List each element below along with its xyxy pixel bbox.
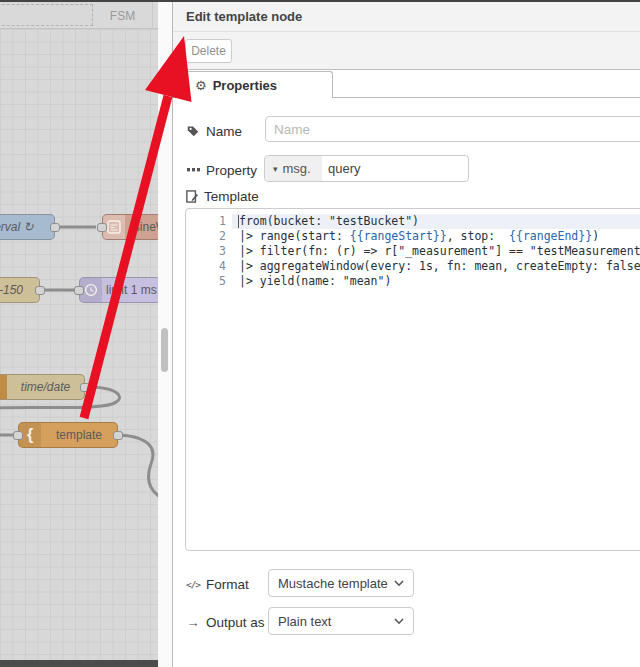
canvas-scrollbar-track[interactable] [158,2,172,667]
node-label: s-150 [0,283,39,297]
flow-node-limit[interactable]: limit 1 ms [79,277,158,303]
dialog-toolbar: Delete [173,32,640,70]
flow-canvas[interactable]: interval ↻sineWs-150limit 1 msftime/date… [0,0,158,667]
property-type-button[interactable]: ▾ msg. [265,156,322,181]
output-select-value: Plain text [278,614,331,629]
tab-properties[interactable]: ⚙ Properties [185,71,333,98]
tab-cover [186,96,332,98]
workspace-tab-fsm[interactable]: FSM [93,2,153,29]
line-number: 4 [186,259,226,274]
tab-properties-label: Properties [213,78,277,93]
name-input[interactable] [265,116,640,142]
workspace-tabbar: FSM [0,2,158,29]
ellipsis-icon [186,168,200,172]
property-typed-input: ▾ msg. query [264,155,469,182]
line-number: 5 [186,274,226,289]
canvas-scrollbar-thumb[interactable] [161,328,168,372]
output-select[interactable]: Plain text [268,607,414,635]
node-port-out[interactable] [35,286,45,295]
format-select[interactable]: Mustache template [268,569,414,597]
format-row: </> Format Mustache template [173,569,640,599]
node-port-out[interactable] [50,223,60,232]
output-label-group: → Output as [186,615,265,630]
node-label: interval ↻ [0,220,54,234]
dialog-tabbar: ⚙ Properties [173,70,640,98]
flow-node-template[interactable]: {template [18,422,118,448]
template-doc-icon [185,190,199,203]
format-select-value: Mustache template [278,576,388,591]
template-label: Template [204,189,259,204]
node-label: template [41,428,117,442]
property-label: Property [206,163,257,178]
name-row: Name [173,116,640,146]
property-type-label: msg. [283,161,311,176]
dialog-header: Edit template node [173,2,640,32]
code-icon: </> [186,579,200,590]
flow-node-timedate[interactable]: ftime/date [0,374,85,400]
chevron-down-icon [394,616,404,626]
node-label: time/date [7,380,84,394]
delete-button[interactable]: Delete [185,39,232,63]
node-port-out[interactable] [113,431,123,440]
code-line-3[interactable]: 3|> filter(fn: (r) => r["_measurement"] … [186,244,640,259]
line-number: 1 [186,214,226,229]
template-label-group: Template [185,189,259,204]
canvas-bottom-edge [0,660,158,667]
node-label: sineW [125,220,158,234]
property-value-input[interactable]: query [322,161,361,176]
code-line-4[interactable]: 4|> aggregateWindow(every: 1s, fn: mean,… [186,259,640,274]
arrow-right-icon: → [186,615,200,630]
output-row: → Output as Plain text [173,607,640,637]
code-line-1[interactable]: 1from(bucket: "testBucket") [186,214,640,229]
name-label: Name [206,124,242,139]
template-code-editor[interactable]: 1from(bucket: "testBucket")2|> range(sta… [185,208,640,551]
line-number: 3 [186,244,226,259]
gear-icon: ⚙ [195,79,207,92]
flow-node-s150[interactable]: s-150 [0,277,40,303]
function-icon: f [0,375,7,399]
node-label: limit 1 ms [102,283,158,297]
caret-down-icon: ▾ [273,164,278,174]
window-top-edge [0,0,640,2]
format-label: Format [206,577,249,592]
output-label: Output as [206,615,265,630]
line-number: 2 [186,229,226,244]
edit-template-dialog: Edit template node Delete ⚙ Properties N… [172,0,640,667]
tag-icon [186,125,200,137]
code-text: from(bucket: "testBucket") [239,214,419,229]
format-label-group: </> Format [186,577,249,592]
node-red-editor: interval ↻sineWs-150limit 1 msftime/date… [0,0,640,667]
property-row: Property ▾ msg. query [173,155,640,185]
node-port-in[interactable] [74,286,84,295]
dialog-title: Edit template node [186,9,302,24]
code-text: |> range(start: {{rangeStart}}, stop: {{… [239,229,599,244]
nodes-layer: interval ↻sineWs-150limit 1 msftime/date… [0,0,158,667]
code-text: |> filter(fn: (r) => r["_measurement"] =… [239,244,640,259]
code-text: |> aggregateWindow(every: 1s, fn: mean, … [239,259,640,274]
code-text: |> yield(name: "mean") [239,274,391,289]
name-label-group: Name [186,124,242,139]
workspace-tab-ghost[interactable] [0,4,93,26]
node-port-out[interactable] [80,383,90,392]
flow-node-sinewave[interactable]: sineW [102,214,158,240]
code-line-2[interactable]: 2|> range(start: {{rangeStart}}, stop: {… [186,229,640,244]
node-port-in[interactable] [13,431,23,440]
node-port-in[interactable] [97,223,107,232]
flow-node-interval[interactable]: interval ↻ [0,214,55,240]
code-line-5[interactable]: 5|> yield(name: "mean") [186,274,640,289]
chevron-down-icon [394,578,404,588]
property-label-group: Property [186,163,257,178]
